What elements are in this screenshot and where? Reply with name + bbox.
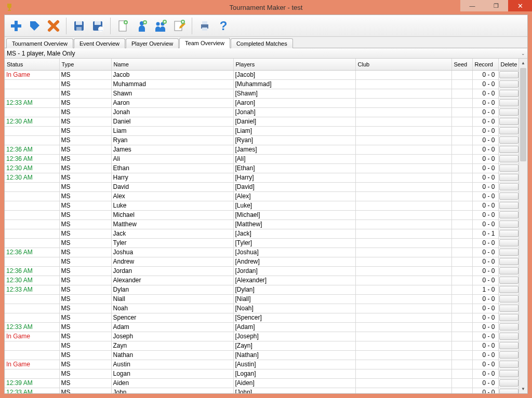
table-row[interactable]: MSJonah[Jonah]0 - 0 [5, 107, 518, 117]
delete-row-button[interactable] [499, 389, 518, 393]
delete-row-button[interactable] [499, 305, 518, 312]
delete-row-button[interactable] [499, 258, 518, 265]
delete-row-button[interactable] [499, 193, 518, 200]
scroll-up-icon[interactable]: ▲ [519, 59, 527, 67]
new-doc-button[interactable] [115, 18, 131, 34]
delete-row-button[interactable] [499, 71, 518, 78]
maximize-button[interactable]: ❐ [484, 0, 508, 11]
table-row[interactable]: MSNoah[Noah]0 - 0 [5, 304, 518, 313]
delete-row-button[interactable] [499, 127, 518, 134]
tag-button[interactable] [26, 18, 43, 34]
col-delete[interactable]: Delete [498, 59, 518, 70]
delete-row-button[interactable] [499, 211, 518, 218]
tab-completed-matches[interactable]: Completed Matches [231, 38, 293, 48]
minimize-button[interactable]: — [460, 0, 484, 11]
add-button[interactable] [8, 18, 24, 34]
delete-row-button[interactable] [499, 99, 518, 106]
delete-row-button[interactable] [499, 361, 518, 368]
table-row[interactable]: MSTyler[Tyler]0 - 0 [5, 238, 518, 248]
delete-row-button[interactable] [499, 249, 518, 256]
table-row[interactable]: 12:30 AMMSAlexander[Alexander]0 - 0 [5, 276, 518, 285]
col-status[interactable]: Status [5, 59, 59, 70]
table-row[interactable]: MSSpencer[Spencer]0 - 0 [5, 313, 518, 322]
delete-row-button[interactable] [499, 333, 518, 340]
delete-row-button[interactable] [499, 174, 518, 181]
table-row[interactable]: 12:33 AMMSAaron[Aaron]0 - 0 [5, 98, 518, 107]
delete-row-button[interactable] [499, 146, 518, 153]
delete-row-button[interactable] [499, 295, 518, 303]
col-players[interactable]: Players [233, 59, 355, 70]
print-button[interactable] [196, 18, 213, 34]
table-row[interactable]: 12:30 AMMSHarry[Harry]0 - 0 [5, 173, 518, 182]
scroll-down-icon[interactable]: ▼ [519, 385, 527, 393]
delete-row-button[interactable] [499, 342, 518, 349]
table-row[interactable]: MSZayn[Zayn]0 - 0 [5, 341, 518, 350]
delete-row-button[interactable] [499, 277, 518, 284]
table-row[interactable]: MSMuhammad[Muhammad]0 - 0 [5, 79, 518, 89]
tab-player-overview[interactable]: Player Overview [126, 38, 179, 48]
table-row[interactable]: 12:33 AMMSDylan[Dylan]1 - 0 [5, 285, 518, 294]
table-row[interactable]: MSLiam[Liam]0 - 0 [5, 126, 518, 135]
delete-row-button[interactable] [499, 351, 518, 359]
table-row[interactable]: 12:36 AMMSJordan[Jordan]0 - 0 [5, 266, 518, 276]
delete-button[interactable] [45, 18, 62, 34]
delete-row-button[interactable] [499, 267, 518, 275]
add-players-button[interactable] [152, 18, 169, 34]
col-seed[interactable]: Seed [451, 59, 472, 70]
table-row[interactable]: 12:39 AMMSAiden[Aiden]0 - 0 [5, 378, 518, 388]
save-as-button[interactable]: … [89, 18, 106, 34]
close-button[interactable]: ✕ [508, 0, 532, 11]
table-row[interactable]: 12:30 AMMSDaniel[Daniel]0 - 0 [5, 117, 518, 126]
table-row[interactable]: MSNathan[Nathan]0 - 0 [5, 350, 518, 360]
delete-row-button[interactable] [499, 230, 518, 237]
table-row[interactable]: MSRyan[Ryan]0 - 0 [5, 135, 518, 145]
tab-event-overview[interactable]: Event Overview [74, 38, 125, 48]
col-club[interactable]: Club [355, 59, 451, 70]
delete-row-button[interactable] [499, 155, 518, 162]
vertical-scrollbar[interactable]: ▲ ▼ [518, 59, 527, 393]
table-row[interactable]: MSMichael[Michael]0 - 0 [5, 210, 518, 219]
col-record[interactable]: Record [472, 59, 498, 70]
event-selector[interactable]: MS - 1 player, Male Only ⌄ [5, 48, 527, 59]
delete-row-button[interactable] [499, 164, 518, 172]
delete-row-button[interactable] [499, 80, 518, 88]
save-button[interactable] [71, 18, 87, 34]
table-row[interactable]: MSJack[Jack]0 - 1 [5, 229, 518, 238]
delete-row-button[interactable] [499, 90, 518, 97]
table-row[interactable]: MSNiall[Niall]0 - 0 [5, 294, 518, 304]
tab-team-overview[interactable]: Team Overview [179, 38, 230, 48]
table-row[interactable]: MSLuke[Luke]0 - 0 [5, 201, 518, 210]
table-row[interactable]: 12:36 AMMSAli[Ali]0 - 0 [5, 154, 518, 163]
table-row[interactable]: MSAndrew[Andrew]0 - 0 [5, 257, 518, 266]
table-row[interactable]: 12:36 AMMSJames[James]0 - 0 [5, 145, 518, 154]
table-row[interactable]: In GameMSAustin[Austin]0 - 0 [5, 360, 518, 369]
table-row[interactable]: MSLogan[Logan]0 - 0 [5, 369, 518, 378]
add-player-button[interactable] [134, 18, 150, 34]
delete-row-button[interactable] [499, 370, 518, 377]
delete-row-button[interactable] [499, 379, 518, 387]
table-row[interactable]: 12:33 AMMSJohn[John]0 - 0 [5, 388, 518, 393]
table-row[interactable]: 12:33 AMMSAdam[Adam]0 - 0 [5, 322, 518, 332]
delete-row-button[interactable] [499, 136, 518, 144]
table-row[interactable]: 12:36 AMMSJoshua[Joshua]0 - 0 [5, 248, 518, 257]
edit-doc-button[interactable] [171, 18, 188, 34]
delete-row-button[interactable] [499, 108, 518, 116]
table-row[interactable]: 12:30 AMMSEthan[Ethan]0 - 0 [5, 163, 518, 173]
scroll-thumb[interactable] [520, 68, 526, 161]
delete-row-button[interactable] [499, 286, 518, 293]
table-row[interactable]: In GameMSJoseph[Joseph]0 - 0 [5, 332, 518, 341]
delete-row-button[interactable] [499, 183, 518, 190]
delete-row-button[interactable] [499, 221, 518, 228]
tab-tournament-overview[interactable]: Tournament Overview [6, 38, 73, 48]
table-row[interactable]: MSDavid[David]0 - 0 [5, 182, 518, 191]
table-row[interactable]: MSMatthew[Matthew]0 - 0 [5, 219, 518, 229]
help-button[interactable]: ? [215, 18, 232, 34]
table-row[interactable]: MSAlex[Alex]0 - 0 [5, 191, 518, 201]
delete-row-button[interactable] [499, 323, 518, 331]
delete-row-button[interactable] [499, 239, 518, 246]
col-type[interactable]: Type [59, 59, 111, 70]
table-row[interactable]: In GameMSJacob[Jacob]0 - 0 [5, 70, 518, 79]
delete-row-button[interactable] [499, 118, 518, 125]
table-row[interactable]: MSShawn[Shawn]0 - 0 [5, 89, 518, 98]
delete-row-button[interactable] [499, 202, 518, 209]
